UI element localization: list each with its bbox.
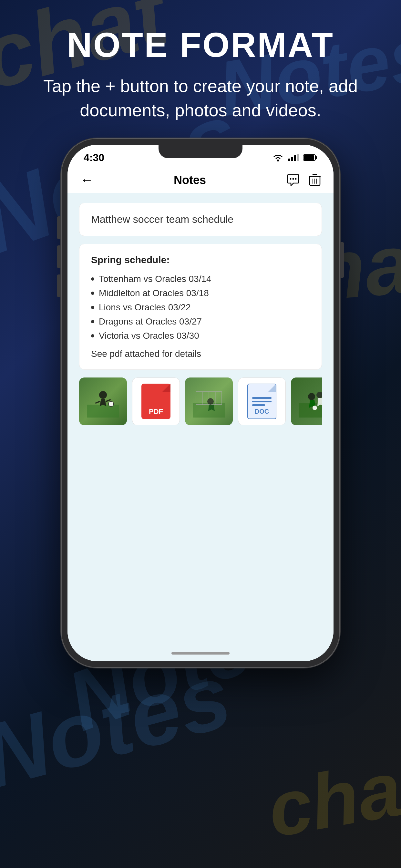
nav-bar: ← Notes <box>67 167 334 193</box>
phone-frame: 4:30 <box>62 139 339 667</box>
attachment-photo-3[interactable] <box>291 377 322 425</box>
attachment-photo-2[interactable] <box>185 377 233 425</box>
home-indicator <box>67 645 334 661</box>
doc-label: DOC <box>255 408 269 415</box>
content-area: Matthew soccer team schedule Spring sche… <box>67 193 334 645</box>
status-time: 4:30 <box>84 152 104 164</box>
list-item: Tottenham vs Oracles 03/14 <box>91 272 310 286</box>
schedule-item-text: Tottenham vs Oracles 03/14 <box>99 274 212 284</box>
header-section: NOTE FORMAT Tap the + button to create y… <box>0 26 401 123</box>
svg-rect-7 <box>316 156 317 159</box>
attachment-photo-1[interactable] <box>79 377 127 425</box>
attachment-pdf[interactable]: PDF <box>132 377 180 425</box>
battery-icon <box>303 154 317 161</box>
attachments-row: PDF <box>79 377 322 425</box>
svg-rect-6 <box>304 155 314 160</box>
svg-point-8 <box>290 178 291 180</box>
svg-point-24 <box>316 392 322 398</box>
pdf-icon: PDF <box>142 383 171 419</box>
back-button[interactable]: ← <box>81 173 93 187</box>
schedule-heading: Spring schedule: <box>91 254 310 266</box>
doc-line <box>252 397 272 399</box>
bullet-1 <box>91 277 94 281</box>
svg-point-0 <box>277 159 279 161</box>
app-subtitle: Tap the + button to create your note, ad… <box>26 74 375 123</box>
doc-icon: DOC <box>247 383 276 419</box>
doc-lines <box>252 397 272 406</box>
notch <box>158 145 243 158</box>
nav-title: Notes <box>174 174 206 187</box>
signal-icon <box>288 154 299 161</box>
schedule-list: Tottenham vs Oracles 03/14 Middlelton at… <box>91 272 310 343</box>
app-title: NOTE FORMAT <box>26 26 375 64</box>
phone-screen: 4:30 <box>67 145 334 661</box>
svg-rect-12 <box>87 405 119 417</box>
svg-point-13 <box>99 391 107 399</box>
title-card: Matthew soccer team schedule <box>79 203 322 236</box>
attachment-doc[interactable]: DOC <box>238 377 286 425</box>
svg-rect-3 <box>294 155 296 161</box>
home-bar <box>172 652 229 655</box>
nav-actions <box>286 174 320 187</box>
doc-line <box>252 401 272 402</box>
bullet-4 <box>91 320 94 323</box>
svg-rect-1 <box>288 159 290 161</box>
status-icons <box>272 153 317 162</box>
schedule-item-text: Lions vs Oracles 03/22 <box>99 302 191 313</box>
trash-icon[interactable] <box>309 174 320 187</box>
schedule-item-text: Dragons at Oracles 03/27 <box>99 316 202 327</box>
svg-point-10 <box>295 178 297 180</box>
list-item: Lions vs Oracles 03/22 <box>91 300 310 314</box>
bullet-5 <box>91 334 94 337</box>
chat-icon[interactable] <box>286 174 300 186</box>
bullet-2 <box>91 291 94 295</box>
note-title: Matthew soccer team schedule <box>91 213 310 225</box>
doc-line <box>252 404 265 406</box>
pdf-label: PDF <box>149 407 163 416</box>
phone-wrapper: 4:30 <box>62 139 339 667</box>
wifi-icon <box>272 153 284 162</box>
svg-rect-4 <box>297 154 299 161</box>
schedule-footer: See pdf attached for details <box>91 349 310 359</box>
svg-point-21 <box>207 398 214 405</box>
bullet-3 <box>91 306 94 309</box>
svg-point-9 <box>292 178 294 180</box>
svg-point-23 <box>308 393 315 400</box>
schedule-item-text: Middlelton at Oracles 03/18 <box>99 288 209 299</box>
list-item: Victoria vs Oracles 03/30 <box>91 329 310 343</box>
list-item: Middlelton at Oracles 03/18 <box>91 286 310 300</box>
svg-rect-2 <box>291 157 293 161</box>
schedule-item-text: Victoria vs Oracles 03/30 <box>99 331 199 341</box>
schedule-card: Spring schedule: Tottenham vs Oracles 03… <box>79 244 322 370</box>
svg-point-25 <box>312 406 317 410</box>
list-item: Dragons at Oracles 03/27 <box>91 314 310 329</box>
